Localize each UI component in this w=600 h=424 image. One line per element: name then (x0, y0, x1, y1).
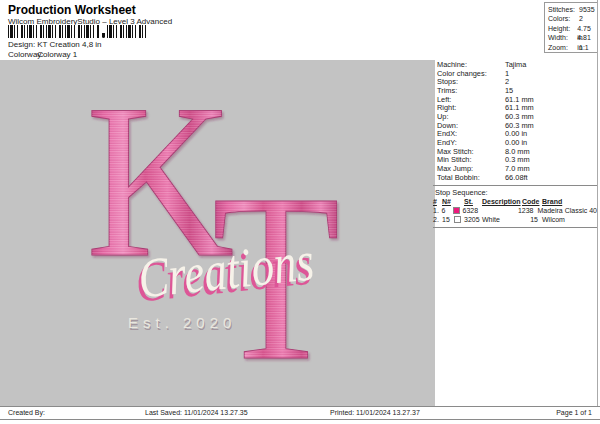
design-value: KT Creation 4,8 in (37, 40, 101, 49)
stat-zoom: Zoom:1:1 (548, 43, 597, 52)
machine-row: Total Bobbin:66.08ft (433, 174, 597, 183)
footer-top-rule (0, 406, 600, 407)
machine-row: Stops:2 (433, 78, 597, 87)
footer-printed: Printed: 11/01/2024 13.27.37 (330, 409, 420, 416)
stat-width: Width:4.81 in (548, 33, 597, 42)
thread-row: 2. 15 3205 White 15 Wilcom (433, 215, 597, 224)
thread-color-swatch (453, 207, 460, 214)
barcode-bars-right (107, 25, 147, 38)
thread-color-swatch (454, 216, 461, 223)
page-right-border (597, 0, 598, 406)
footer-bottom-rule (0, 419, 600, 420)
design-stats-box: Stitches:9535 Colors:2 Height:4.75 in Wi… (544, 2, 598, 53)
colorway-row: Colorway: Colorway 1 (8, 50, 77, 59)
section-divider (433, 227, 597, 228)
footer-page-number: Page 1 of 1 (556, 409, 592, 416)
barcode (8, 25, 147, 38)
barcode-separator (102, 33, 105, 38)
page-title: Production Worksheet (8, 3, 136, 17)
design-name-row: Design: KT Creation 4,8 in (8, 40, 102, 49)
section-divider (433, 185, 597, 186)
stat-height: Height:4.75 in (548, 24, 597, 33)
stop-sequence-title: Stop Sequence: (433, 188, 597, 197)
colorway-label: Colorway: (8, 50, 35, 59)
stat-colors: Colors:2 (548, 14, 597, 23)
footer-created-by: Created By: (8, 409, 45, 416)
stat-stitches: Stitches:9535 (548, 5, 597, 14)
footer-last-saved: Last Saved: 11/01/2024 13.27.35 (145, 409, 248, 416)
design-preview-area: K K T T Creations Creations Est. 2020 Es… (0, 60, 435, 406)
production-worksheet-page: Production Worksheet Wilcom EmbroiderySt… (0, 0, 600, 424)
machine-info-panel: Machine:Tajima Color changes:1 Stops:2 T… (433, 61, 597, 228)
colorway-value: Colorway 1 (37, 50, 77, 59)
design-label: Design: (8, 40, 35, 49)
embroidery-design: K K T T Creations Creations Est. 2020 Es… (0, 60, 435, 406)
barcode-bars-left (8, 25, 100, 38)
established-text: Est. 2020 (128, 314, 236, 331)
